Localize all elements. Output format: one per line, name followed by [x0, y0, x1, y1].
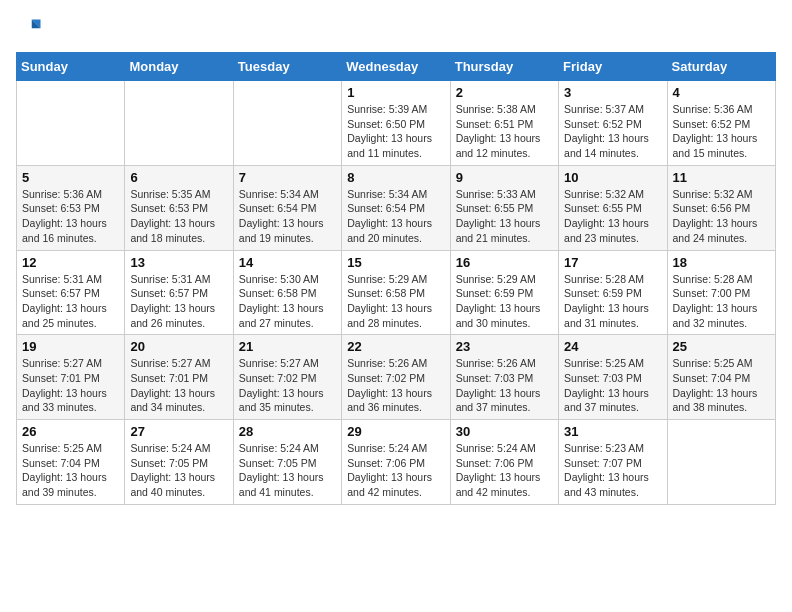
day-info: Sunrise: 5:23 AMSunset: 7:07 PMDaylight:… [564, 441, 661, 500]
logo-icon [16, 16, 44, 44]
day-info: Sunrise: 5:29 AMSunset: 6:59 PMDaylight:… [456, 272, 553, 331]
calendar-cell [233, 81, 341, 166]
day-info: Sunrise: 5:36 AMSunset: 6:52 PMDaylight:… [673, 102, 770, 161]
calendar-cell: 2Sunrise: 5:38 AMSunset: 6:51 PMDaylight… [450, 81, 558, 166]
calendar-cell: 14Sunrise: 5:30 AMSunset: 6:58 PMDayligh… [233, 250, 341, 335]
day-info: Sunrise: 5:31 AMSunset: 6:57 PMDaylight:… [130, 272, 227, 331]
day-number: 15 [347, 255, 444, 270]
day-number: 28 [239, 424, 336, 439]
day-info: Sunrise: 5:26 AMSunset: 7:02 PMDaylight:… [347, 356, 444, 415]
day-number: 29 [347, 424, 444, 439]
calendar-cell: 26Sunrise: 5:25 AMSunset: 7:04 PMDayligh… [17, 420, 125, 505]
weekday-header: Wednesday [342, 53, 450, 81]
calendar-cell: 20Sunrise: 5:27 AMSunset: 7:01 PMDayligh… [125, 335, 233, 420]
day-number: 27 [130, 424, 227, 439]
calendar-cell: 12Sunrise: 5:31 AMSunset: 6:57 PMDayligh… [17, 250, 125, 335]
calendar-cell: 6Sunrise: 5:35 AMSunset: 6:53 PMDaylight… [125, 165, 233, 250]
day-number: 18 [673, 255, 770, 270]
day-info: Sunrise: 5:37 AMSunset: 6:52 PMDaylight:… [564, 102, 661, 161]
day-info: Sunrise: 5:32 AMSunset: 6:56 PMDaylight:… [673, 187, 770, 246]
day-number: 7 [239, 170, 336, 185]
logo [16, 16, 48, 44]
day-info: Sunrise: 5:28 AMSunset: 7:00 PMDaylight:… [673, 272, 770, 331]
day-info: Sunrise: 5:25 AMSunset: 7:04 PMDaylight:… [673, 356, 770, 415]
calendar-cell [17, 81, 125, 166]
calendar-cell: 5Sunrise: 5:36 AMSunset: 6:53 PMDaylight… [17, 165, 125, 250]
day-info: Sunrise: 5:36 AMSunset: 6:53 PMDaylight:… [22, 187, 119, 246]
calendar-cell: 31Sunrise: 5:23 AMSunset: 7:07 PMDayligh… [559, 420, 667, 505]
weekday-header: Friday [559, 53, 667, 81]
day-number: 9 [456, 170, 553, 185]
day-number: 31 [564, 424, 661, 439]
calendar-cell: 27Sunrise: 5:24 AMSunset: 7:05 PMDayligh… [125, 420, 233, 505]
calendar-cell: 21Sunrise: 5:27 AMSunset: 7:02 PMDayligh… [233, 335, 341, 420]
day-info: Sunrise: 5:25 AMSunset: 7:03 PMDaylight:… [564, 356, 661, 415]
calendar-cell: 24Sunrise: 5:25 AMSunset: 7:03 PMDayligh… [559, 335, 667, 420]
calendar-cell: 13Sunrise: 5:31 AMSunset: 6:57 PMDayligh… [125, 250, 233, 335]
day-number: 25 [673, 339, 770, 354]
day-number: 14 [239, 255, 336, 270]
weekday-header: Sunday [17, 53, 125, 81]
day-info: Sunrise: 5:27 AMSunset: 7:01 PMDaylight:… [130, 356, 227, 415]
day-info: Sunrise: 5:26 AMSunset: 7:03 PMDaylight:… [456, 356, 553, 415]
calendar-cell: 4Sunrise: 5:36 AMSunset: 6:52 PMDaylight… [667, 81, 775, 166]
calendar-cell: 9Sunrise: 5:33 AMSunset: 6:55 PMDaylight… [450, 165, 558, 250]
calendar-cell: 15Sunrise: 5:29 AMSunset: 6:58 PMDayligh… [342, 250, 450, 335]
day-number: 3 [564, 85, 661, 100]
calendar-cell [667, 420, 775, 505]
day-info: Sunrise: 5:24 AMSunset: 7:06 PMDaylight:… [347, 441, 444, 500]
day-number: 2 [456, 85, 553, 100]
day-number: 4 [673, 85, 770, 100]
weekday-header: Saturday [667, 53, 775, 81]
calendar-cell: 30Sunrise: 5:24 AMSunset: 7:06 PMDayligh… [450, 420, 558, 505]
day-info: Sunrise: 5:28 AMSunset: 6:59 PMDaylight:… [564, 272, 661, 331]
day-info: Sunrise: 5:34 AMSunset: 6:54 PMDaylight:… [239, 187, 336, 246]
calendar-cell: 1Sunrise: 5:39 AMSunset: 6:50 PMDaylight… [342, 81, 450, 166]
calendar-cell: 22Sunrise: 5:26 AMSunset: 7:02 PMDayligh… [342, 335, 450, 420]
day-number: 26 [22, 424, 119, 439]
page-header [16, 16, 776, 44]
day-number: 10 [564, 170, 661, 185]
day-number: 16 [456, 255, 553, 270]
calendar-cell: 3Sunrise: 5:37 AMSunset: 6:52 PMDaylight… [559, 81, 667, 166]
day-info: Sunrise: 5:29 AMSunset: 6:58 PMDaylight:… [347, 272, 444, 331]
day-info: Sunrise: 5:39 AMSunset: 6:50 PMDaylight:… [347, 102, 444, 161]
day-number: 11 [673, 170, 770, 185]
day-info: Sunrise: 5:27 AMSunset: 7:02 PMDaylight:… [239, 356, 336, 415]
day-number: 22 [347, 339, 444, 354]
calendar-cell: 29Sunrise: 5:24 AMSunset: 7:06 PMDayligh… [342, 420, 450, 505]
day-info: Sunrise: 5:24 AMSunset: 7:05 PMDaylight:… [130, 441, 227, 500]
day-info: Sunrise: 5:27 AMSunset: 7:01 PMDaylight:… [22, 356, 119, 415]
day-number: 30 [456, 424, 553, 439]
calendar-cell: 10Sunrise: 5:32 AMSunset: 6:55 PMDayligh… [559, 165, 667, 250]
day-number: 6 [130, 170, 227, 185]
calendar-cell: 7Sunrise: 5:34 AMSunset: 6:54 PMDaylight… [233, 165, 341, 250]
calendar-cell: 28Sunrise: 5:24 AMSunset: 7:05 PMDayligh… [233, 420, 341, 505]
day-info: Sunrise: 5:30 AMSunset: 6:58 PMDaylight:… [239, 272, 336, 331]
calendar-cell: 8Sunrise: 5:34 AMSunset: 6:54 PMDaylight… [342, 165, 450, 250]
day-number: 19 [22, 339, 119, 354]
weekday-header: Tuesday [233, 53, 341, 81]
day-info: Sunrise: 5:25 AMSunset: 7:04 PMDaylight:… [22, 441, 119, 500]
day-number: 21 [239, 339, 336, 354]
day-number: 8 [347, 170, 444, 185]
day-number: 1 [347, 85, 444, 100]
calendar-cell: 11Sunrise: 5:32 AMSunset: 6:56 PMDayligh… [667, 165, 775, 250]
calendar-cell: 25Sunrise: 5:25 AMSunset: 7:04 PMDayligh… [667, 335, 775, 420]
day-info: Sunrise: 5:24 AMSunset: 7:06 PMDaylight:… [456, 441, 553, 500]
day-number: 17 [564, 255, 661, 270]
day-info: Sunrise: 5:31 AMSunset: 6:57 PMDaylight:… [22, 272, 119, 331]
day-number: 5 [22, 170, 119, 185]
calendar: SundayMondayTuesdayWednesdayThursdayFrid… [16, 52, 776, 505]
day-info: Sunrise: 5:35 AMSunset: 6:53 PMDaylight:… [130, 187, 227, 246]
day-info: Sunrise: 5:24 AMSunset: 7:05 PMDaylight:… [239, 441, 336, 500]
calendar-cell: 18Sunrise: 5:28 AMSunset: 7:00 PMDayligh… [667, 250, 775, 335]
weekday-header: Monday [125, 53, 233, 81]
day-number: 23 [456, 339, 553, 354]
weekday-header: Thursday [450, 53, 558, 81]
calendar-cell: 23Sunrise: 5:26 AMSunset: 7:03 PMDayligh… [450, 335, 558, 420]
day-info: Sunrise: 5:38 AMSunset: 6:51 PMDaylight:… [456, 102, 553, 161]
day-info: Sunrise: 5:33 AMSunset: 6:55 PMDaylight:… [456, 187, 553, 246]
day-number: 20 [130, 339, 227, 354]
day-number: 13 [130, 255, 227, 270]
